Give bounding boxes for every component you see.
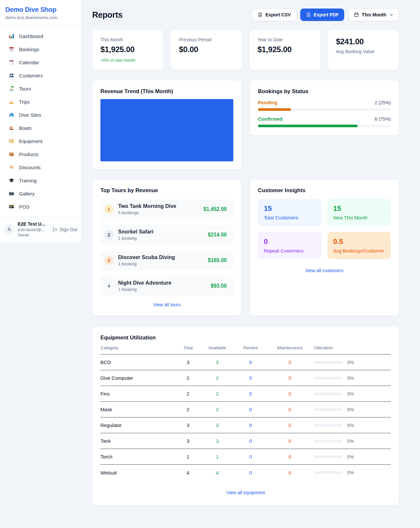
status-bar-track	[258, 125, 391, 127]
file-download-icon	[258, 12, 263, 17]
table-row: Mask 2 2 0 0 0%	[100, 402, 391, 417]
equipment-available: 2	[200, 407, 235, 412]
tour-amount: $214.50	[208, 232, 227, 238]
tile-label: New This Month	[333, 215, 385, 220]
card-title: Revenue Trend (This Month)	[100, 88, 233, 94]
sidebar-item-label: Tours	[19, 86, 31, 91]
equipment-total: 3	[177, 359, 200, 365]
calendar-date-icon: 17	[9, 46, 14, 52]
view-all-equipment-link[interactable]: View all equipment	[226, 490, 265, 495]
table-row: Torch 1 1 0 0 0%	[100, 449, 391, 465]
equipment-maintenance: 0	[266, 438, 314, 444]
utilization-percent: 0%	[347, 407, 354, 412]
chevron-down-icon	[389, 13, 393, 17]
stat-value: $0.00	[179, 45, 234, 54]
export-csv-label: Export CSV	[265, 12, 291, 17]
table-row: Tank 3 3 0 0 0%	[100, 433, 391, 449]
sidebar-item-tours[interactable]: Tours	[0, 82, 81, 95]
sidebar-item-dive-sites[interactable]: Dive Sites	[0, 108, 81, 121]
sidebar-item-training[interactable]: Training	[0, 174, 81, 187]
sidebar-item-label: Equipment	[19, 138, 43, 144]
table-row: BCD 3 3 0 0 0%	[100, 355, 391, 370]
sidebar-item-products[interactable]: Products	[0, 148, 81, 161]
column-header-available: Available	[200, 345, 235, 350]
tour-bookings: 1 booking	[118, 236, 154, 241]
equipment-maintenance: 0	[266, 407, 314, 412]
equipment-utilization: 0%	[314, 391, 391, 396]
stat-value: $1,925.00	[258, 45, 312, 54]
user-panel: E2E Test U... e2e-tester@... Owner Sign …	[0, 216, 81, 243]
view-all-tours-link[interactable]: View all tours	[153, 302, 180, 307]
stat-card-this-month: This Month $1,925.00 +0% vs last month	[92, 30, 163, 70]
revenue-trend-chart	[100, 99, 233, 161]
status-value: 2 (25%)	[375, 100, 391, 105]
bookings-by-status-card: Bookings by Status Pending 2 (25%) Confi…	[250, 80, 399, 135]
sign-out-button[interactable]: Sign Out	[52, 227, 77, 232]
period-label: This Month	[362, 12, 386, 17]
utilization-percent: 0%	[347, 423, 354, 428]
stat-label: Year to Date	[258, 37, 312, 42]
rank-badge: 2	[104, 230, 114, 239]
sidebar-item-customers[interactable]: Customers	[0, 69, 81, 82]
equipment-utilization: 0%	[314, 438, 391, 444]
period-dropdown[interactable]: This Month	[348, 9, 399, 21]
sidebar-item-pos[interactable]: POS	[0, 200, 81, 213]
new-this-month-tile: 15 New This Month	[327, 199, 391, 226]
equipment-total: 3	[177, 422, 200, 428]
tile-label: Avg Bookings/Customer	[333, 248, 385, 254]
sidebar-item-dashboard[interactable]: Dashboard	[0, 30, 81, 43]
export-csv-button[interactable]: Export CSV	[252, 9, 296, 21]
table-row: Wetsuit 4 4 0 0 0%	[100, 465, 391, 480]
calendar-icon	[354, 12, 359, 17]
equipment-total: 1	[177, 454, 200, 459]
equipment-category: Dive Computer	[100, 375, 177, 381]
equipment-available: 1	[200, 454, 235, 459]
column-header-rented: Rented	[235, 345, 266, 350]
sidebar-item-label: Training	[19, 178, 37, 183]
equipment-utilization: 0%	[314, 407, 391, 412]
sidebar-item-calendar[interactable]: Calendar	[0, 56, 81, 69]
utilization-bar	[314, 456, 343, 458]
sidebar-item-boats[interactable]: Boats	[0, 121, 81, 134]
tour-bookings: 1 booking	[118, 287, 171, 292]
view-all-customers-link[interactable]: View all customers	[305, 268, 343, 273]
tile-label: Total Customers	[264, 215, 316, 220]
equipment-utilization: 0%	[314, 454, 391, 459]
revenue-trend-card: Revenue Trend (This Month)	[92, 80, 242, 170]
status-value: 6 (75%)	[375, 116, 391, 122]
sidebar-item-trips[interactable]: Trips	[0, 95, 81, 108]
speedboat-icon	[9, 99, 14, 105]
tile-value: 15	[264, 204, 316, 213]
people-icon	[9, 72, 14, 78]
column-header-total: Total	[177, 345, 200, 350]
export-pdf-button[interactable]: Export PDF	[300, 9, 344, 21]
sidebar-item-bookings[interactable]: 17 Bookings	[0, 43, 81, 56]
sidebar-item-label: Dashboard	[19, 33, 43, 39]
utilization-percent: 0%	[347, 360, 354, 365]
equipment-utilization-card: Equipment Utilization Category Total Ava…	[92, 326, 399, 506]
stat-value: $1,925.00	[100, 45, 155, 54]
sidebar-nav: Dashboard 17 Bookings Calendar Customers…	[0, 25, 81, 216]
utilization-bar	[314, 471, 343, 474]
status-bar-fill	[258, 108, 291, 111]
package-icon	[9, 151, 14, 157]
equipment-rented: 0	[235, 470, 266, 476]
insights-row: Top Tours by Revenue 1 Two Tank Morning …	[92, 179, 399, 316]
top-tours-card: Top Tours by Revenue 1 Two Tank Morning …	[92, 179, 242, 316]
sidebar-item-equipment[interactable]: Equipment	[0, 134, 81, 148]
sidebar-header: Demo Dive Shop demo.test.divestreams.com	[0, 0, 81, 25]
equipment-available: 3	[200, 422, 235, 428]
main-content: Reports Export CSV Export PDF This Month	[82, 0, 420, 519]
avatar	[4, 224, 14, 235]
sidebar-item-label: Discounts	[19, 165, 41, 170]
card-title: Bookings by Status	[258, 88, 391, 94]
user-meta: E2E Test U... e2e-tester@... Owner	[18, 221, 45, 237]
sidebar-item-discounts[interactable]: Discounts	[0, 161, 81, 174]
equipment-rented: 0	[235, 454, 266, 459]
sidebar-item-label: Trips	[19, 99, 30, 105]
sidebar-item-gallery[interactable]: Gallery	[0, 187, 81, 200]
sidebar-item-label: Customers	[19, 73, 43, 78]
app-layout: Demo Dive Shop demo.test.divestreams.com…	[0, 0, 420, 528]
table-header: Category Total Available Rented Maintena…	[100, 341, 391, 355]
equipment-maintenance: 0	[266, 375, 314, 381]
